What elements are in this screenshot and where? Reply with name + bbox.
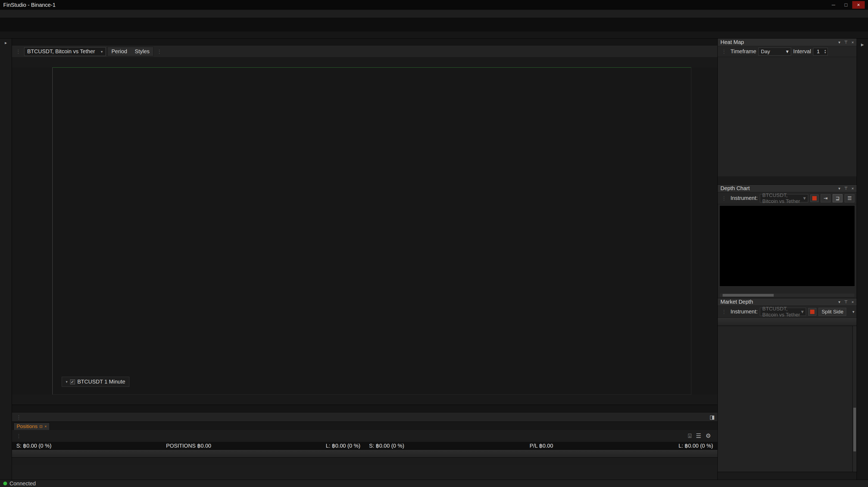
heat-map-tabs xyxy=(718,176,857,185)
minimize-button[interactable]: ─ xyxy=(827,1,840,9)
connection-status-text: Connected xyxy=(9,481,36,487)
chart-region: ▾ ✓ BTCUSDT 1 Minute xyxy=(12,67,717,394)
settings-wrench-icon[interactable]: ⚙ xyxy=(706,432,711,440)
price-line xyxy=(53,67,691,68)
scroll-thumb[interactable] xyxy=(723,294,774,297)
panel-toggle-icon[interactable]: ◨ xyxy=(710,414,715,420)
instrument-combo[interactable]: BTCUSDT, Bitcoin vs Tether ▾ xyxy=(760,308,806,316)
series-checkbox[interactable]: ✓ xyxy=(70,380,75,384)
window-title: FinStudio - Binance-1 xyxy=(3,2,56,8)
drag-handle-icon[interactable]: ⋮ xyxy=(721,197,727,200)
chevron-down-icon: ▾ xyxy=(786,48,788,55)
ruler-mode-icon[interactable]: ⊒ xyxy=(833,194,842,202)
depth-hscrollbar[interactable] xyxy=(720,294,855,297)
expand-left-icon[interactable]: ▸ xyxy=(5,40,7,45)
more-options-icon[interactable]: ▾ xyxy=(852,310,855,314)
finstudio-window: FinStudio - Binance-1 ─ □ × ▸ ⋮ BTCUSDT,… xyxy=(0,0,868,487)
long-total: L: ฿0.00 (0 %) xyxy=(326,443,360,449)
positions-totals: S: ฿0.00 (0 %) POSITIONS ฿0.00 L: ฿0.00 … xyxy=(12,442,717,450)
depth-y-axis-left xyxy=(720,205,733,286)
depth-plot[interactable] xyxy=(733,205,841,286)
chevron-down-icon[interactable]: ▾ xyxy=(838,186,841,191)
timeframe-combo[interactable]: Day ▾ xyxy=(758,47,791,56)
time-axis[interactable] xyxy=(52,394,691,405)
close-icon[interactable]: × xyxy=(851,186,854,191)
interval-spinner[interactable]: 1 ▲▼ xyxy=(813,48,828,56)
right-price-axis[interactable] xyxy=(691,67,717,394)
red-swatch xyxy=(812,196,817,200)
scroll-thumb[interactable] xyxy=(853,408,856,451)
instrument-combo[interactable]: BTCUSDT, Bitcoin vs Tether ▾ xyxy=(760,194,808,202)
drag-handle-icon[interactable]: ⋮ xyxy=(16,434,22,437)
series-legend[interactable]: ▾ ✓ BTCUSDT 1 Minute xyxy=(62,377,129,387)
float-panel-icon[interactable]: ⊡ xyxy=(39,424,43,429)
panel-title: Depth Chart xyxy=(720,185,750,192)
chart-layout-bar xyxy=(12,58,717,67)
drag-handle-icon[interactable]: ⋮ xyxy=(721,50,727,53)
close-icon[interactable]: × xyxy=(851,40,854,44)
drag-handle-icon[interactable]: ⋮ xyxy=(157,50,162,53)
panel-title: Market Depth xyxy=(720,299,753,305)
short-total: S: ฿0.00 (0 %) xyxy=(16,443,51,449)
positions-tab[interactable]: Positions ⊡ × xyxy=(13,423,50,430)
chevron-down-icon: ▾ xyxy=(801,309,804,315)
main-area: ▸ ⋮ BTCUSDT, Bitcoin vs Tether ▾ Period … xyxy=(0,39,868,480)
arrange-bar: ⋮ ◨ xyxy=(12,412,717,422)
positions-table-body xyxy=(12,465,717,480)
depth-svg xyxy=(733,205,841,286)
split-view-icon[interactable]: ⇥ xyxy=(821,194,831,202)
chevron-down-icon: ▾ xyxy=(803,195,806,201)
right-collapse-strip: ▸ xyxy=(857,39,868,480)
collapse-legend-icon[interactable]: ▾ xyxy=(66,380,68,384)
positions-total: POSITIONS ฿0.00 xyxy=(51,443,326,449)
drawing-tool-column xyxy=(12,67,24,394)
pin-icon[interactable]: ⊤ xyxy=(844,300,848,304)
depth-x-axis xyxy=(733,287,841,293)
positions-table-header xyxy=(12,450,717,458)
market-depth-table xyxy=(718,326,852,472)
list-view-icon[interactable]: ☰ xyxy=(845,194,855,202)
heat-map-treemap xyxy=(718,58,856,176)
expand-right-icon[interactable]: ▸ xyxy=(861,41,864,48)
drag-handle-icon[interactable]: ⋮ xyxy=(16,50,21,53)
close-button[interactable]: × xyxy=(852,1,865,9)
document-tabs xyxy=(12,39,717,45)
drag-handle-icon[interactable]: ⋮ xyxy=(16,416,22,419)
period-button[interactable]: Period xyxy=(107,47,131,56)
long-total-2: L: ฿0.00 (0 %) xyxy=(679,443,713,449)
balance-row xyxy=(12,458,717,465)
depth-y-axis-right xyxy=(841,205,855,286)
panel-title: Heat Map xyxy=(720,39,744,45)
workspace-tabs xyxy=(0,32,868,39)
maximize-button[interactable]: □ xyxy=(840,1,852,9)
instrument-label: Instrument: xyxy=(731,309,758,315)
columns-icon[interactable]: ⍗ xyxy=(688,432,691,440)
group-list-icon[interactable]: ☰ xyxy=(696,432,702,440)
close-icon[interactable]: × xyxy=(851,300,854,304)
split-side-button[interactable]: Split Side xyxy=(818,308,846,316)
market-depth-vscrollbar[interactable] xyxy=(852,326,857,472)
heat-map-panel: Heat Map ▾ ⊤ × ⋮ Timeframe Day ▾ Interva… xyxy=(718,39,857,185)
chart-bottom-tabs xyxy=(12,405,717,412)
positions-panel: Positions ⊡ × ⋮ ⍗ ☰ ⚙ S: ฿ xyxy=(12,422,717,480)
color-swatch-button[interactable] xyxy=(810,194,818,202)
instrument-combo[interactable]: BTCUSDT, Bitcoin vs Tether ▾ xyxy=(24,47,106,56)
short-total-2: S: ฿0.00 (0 %) xyxy=(369,443,404,449)
charts-document-area: ⋮ BTCUSDT, Bitcoin vs Tether ▾ Period St… xyxy=(12,39,717,480)
color-swatch-button[interactable] xyxy=(808,308,816,316)
pl-total: P/L ฿0.00 xyxy=(404,443,678,449)
styles-button[interactable]: Styles xyxy=(131,47,153,56)
drag-handle-icon[interactable]: ⋮ xyxy=(721,310,727,314)
candlestick-plot[interactable]: ▾ ✓ BTCUSDT 1 Minute xyxy=(52,67,691,394)
right-dock: Heat Map ▾ ⊤ × ⋮ Timeframe Day ▾ Interva… xyxy=(717,39,857,480)
candlestick-svg xyxy=(53,67,691,394)
left-dock-strip: ▸ xyxy=(0,39,12,480)
chevron-down-icon[interactable]: ▾ xyxy=(838,40,841,45)
spin-down-icon: ▼ xyxy=(824,52,827,54)
left-price-axis[interactable] xyxy=(24,67,52,394)
pin-icon[interactable]: ⊤ xyxy=(844,186,848,191)
pin-icon[interactable]: ⊤ xyxy=(844,40,848,45)
instrument-combo-value: BTCUSDT, Bitcoin vs Tether xyxy=(27,48,95,55)
chevron-down-icon[interactable]: ▾ xyxy=(838,300,841,304)
close-icon[interactable]: × xyxy=(44,424,47,429)
